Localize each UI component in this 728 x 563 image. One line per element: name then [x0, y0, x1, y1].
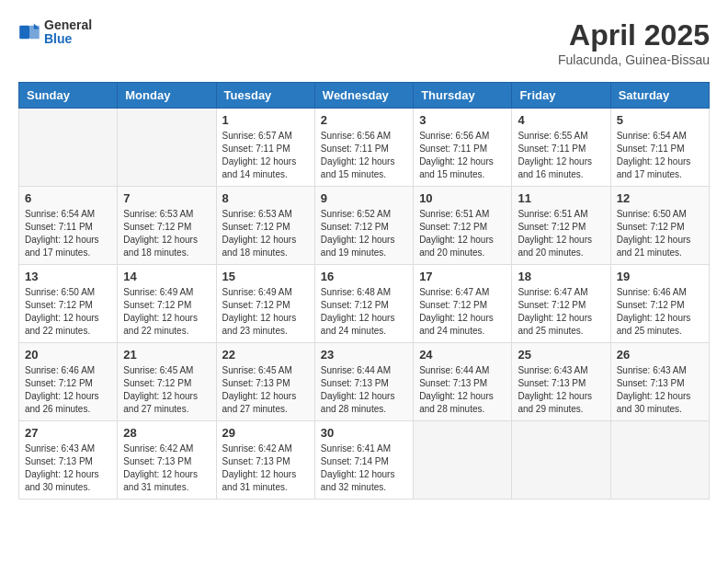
header: General Blue April 2025 Fulacunda, Guine… — [18, 18, 710, 67]
day-number: 29 — [222, 426, 309, 440]
weekday-header-wednesday: Wednesday — [314, 83, 413, 109]
day-number: 16 — [321, 270, 407, 283]
calendar-cell: 17Sunrise: 6:47 AM Sunset: 7:12 PM Dayli… — [414, 265, 512, 343]
calendar-cell: 30Sunrise: 6:41 AM Sunset: 7:14 PM Dayli… — [314, 421, 413, 500]
calendar-cell: 7Sunrise: 6:53 AM Sunset: 7:12 PM Daylig… — [118, 187, 216, 265]
calendar-cell: 16Sunrise: 6:48 AM Sunset: 7:12 PM Dayli… — [314, 265, 413, 343]
day-info: Sunrise: 6:56 AM Sunset: 7:11 PM Dayligh… — [321, 130, 407, 181]
day-info: Sunrise: 6:56 AM Sunset: 7:11 PM Dayligh… — [419, 130, 506, 181]
day-number: 28 — [123, 426, 210, 440]
svg-rect-0 — [19, 26, 29, 39]
day-info: Sunrise: 6:57 AM Sunset: 7:11 PM Dayligh… — [222, 130, 309, 181]
week-row-4: 20Sunrise: 6:46 AM Sunset: 7:12 PM Dayli… — [19, 343, 710, 421]
day-info: Sunrise: 6:47 AM Sunset: 7:12 PM Dayligh… — [518, 286, 604, 338]
day-number: 18 — [518, 270, 604, 283]
day-info: Sunrise: 6:43 AM Sunset: 7:13 PM Dayligh… — [617, 364, 703, 416]
day-info: Sunrise: 6:50 AM Sunset: 7:12 PM Dayligh… — [617, 208, 703, 259]
calendar-cell: 8Sunrise: 6:53 AM Sunset: 7:12 PM Daylig… — [216, 187, 314, 265]
day-number: 21 — [123, 348, 210, 362]
calendar-cell: 25Sunrise: 6:43 AM Sunset: 7:13 PM Dayli… — [512, 343, 610, 421]
calendar-cell — [610, 421, 709, 500]
calendar-cell — [512, 421, 610, 500]
day-info: Sunrise: 6:43 AM Sunset: 7:13 PM Dayligh… — [25, 442, 111, 494]
location-subtitle: Fulacunda, Guinea-Bissau — [558, 52, 710, 67]
calendar-cell: 13Sunrise: 6:50 AM Sunset: 7:12 PM Dayli… — [19, 265, 118, 343]
day-info: Sunrise: 6:47 AM Sunset: 7:12 PM Dayligh… — [419, 286, 506, 338]
day-number: 13 — [25, 270, 111, 283]
day-info: Sunrise: 6:49 AM Sunset: 7:12 PM Dayligh… — [123, 286, 210, 338]
day-number: 6 — [25, 191, 111, 205]
calendar-cell: 21Sunrise: 6:45 AM Sunset: 7:12 PM Dayli… — [118, 343, 216, 421]
day-number: 2 — [321, 113, 407, 127]
day-info: Sunrise: 6:54 AM Sunset: 7:11 PM Dayligh… — [25, 208, 111, 259]
calendar-cell: 29Sunrise: 6:42 AM Sunset: 7:13 PM Dayli… — [216, 421, 314, 500]
day-info: Sunrise: 6:55 AM Sunset: 7:11 PM Dayligh… — [518, 130, 604, 181]
day-info: Sunrise: 6:45 AM Sunset: 7:13 PM Dayligh… — [222, 364, 309, 416]
title-area: April 2025 Fulacunda, Guinea-Bissau — [558, 18, 710, 67]
day-number: 17 — [419, 270, 506, 283]
day-number: 30 — [321, 426, 407, 440]
calendar-cell: 24Sunrise: 6:44 AM Sunset: 7:13 PM Dayli… — [414, 343, 512, 421]
calendar-cell: 15Sunrise: 6:49 AM Sunset: 7:12 PM Dayli… — [216, 265, 314, 343]
day-number: 23 — [321, 348, 407, 362]
month-year-title: April 2025 — [558, 18, 710, 52]
calendar-cell: 12Sunrise: 6:50 AM Sunset: 7:12 PM Dayli… — [610, 187, 709, 265]
weekday-header-tuesday: Tuesday — [216, 83, 314, 109]
day-number: 9 — [321, 191, 407, 205]
day-number: 19 — [617, 270, 703, 283]
day-number: 8 — [222, 191, 309, 205]
week-row-1: 1Sunrise: 6:57 AM Sunset: 7:11 PM Daylig… — [19, 109, 710, 187]
day-number: 10 — [419, 191, 506, 205]
logo-general: General — [44, 18, 92, 32]
day-info: Sunrise: 6:53 AM Sunset: 7:12 PM Dayligh… — [123, 208, 210, 259]
week-row-2: 6Sunrise: 6:54 AM Sunset: 7:11 PM Daylig… — [19, 187, 710, 265]
day-info: Sunrise: 6:46 AM Sunset: 7:12 PM Dayligh… — [25, 364, 111, 416]
day-info: Sunrise: 6:49 AM Sunset: 7:12 PM Dayligh… — [222, 286, 309, 338]
calendar-cell: 6Sunrise: 6:54 AM Sunset: 7:11 PM Daylig… — [19, 187, 118, 265]
weekday-header-saturday: Saturday — [610, 83, 709, 109]
day-number: 7 — [123, 191, 210, 205]
calendar-cell: 19Sunrise: 6:46 AM Sunset: 7:12 PM Dayli… — [610, 265, 709, 343]
calendar-cell: 2Sunrise: 6:56 AM Sunset: 7:11 PM Daylig… — [314, 109, 413, 187]
calendar-cell — [414, 421, 512, 500]
day-info: Sunrise: 6:41 AM Sunset: 7:14 PM Dayligh… — [321, 442, 407, 494]
day-number: 1 — [222, 113, 309, 127]
day-info: Sunrise: 6:44 AM Sunset: 7:13 PM Dayligh… — [321, 364, 407, 416]
day-info: Sunrise: 6:46 AM Sunset: 7:12 PM Dayligh… — [617, 286, 703, 338]
day-number: 15 — [222, 270, 309, 283]
day-info: Sunrise: 6:52 AM Sunset: 7:12 PM Dayligh… — [321, 208, 407, 259]
day-info: Sunrise: 6:48 AM Sunset: 7:12 PM Dayligh… — [321, 286, 407, 338]
logo-text: General Blue — [44, 18, 92, 47]
day-number: 5 — [617, 113, 703, 127]
calendar-cell: 1Sunrise: 6:57 AM Sunset: 7:11 PM Daylig… — [216, 109, 314, 187]
day-info: Sunrise: 6:45 AM Sunset: 7:12 PM Dayligh… — [123, 364, 210, 416]
calendar-cell: 18Sunrise: 6:47 AM Sunset: 7:12 PM Dayli… — [512, 265, 610, 343]
day-info: Sunrise: 6:51 AM Sunset: 7:12 PM Dayligh… — [419, 208, 506, 259]
calendar-cell: 9Sunrise: 6:52 AM Sunset: 7:12 PM Daylig… — [314, 187, 413, 265]
day-number: 4 — [518, 113, 604, 127]
calendar-cell: 27Sunrise: 6:43 AM Sunset: 7:13 PM Dayli… — [19, 421, 118, 500]
day-info: Sunrise: 6:53 AM Sunset: 7:12 PM Dayligh… — [222, 208, 309, 259]
calendar-cell — [118, 109, 216, 187]
day-info: Sunrise: 6:54 AM Sunset: 7:11 PM Dayligh… — [617, 130, 703, 181]
day-number: 25 — [518, 348, 604, 362]
weekday-header-thursday: Thursday — [414, 83, 512, 109]
logo-icon — [18, 21, 40, 43]
logo-blue: Blue — [44, 32, 92, 46]
day-number: 12 — [617, 191, 703, 205]
day-info: Sunrise: 6:51 AM Sunset: 7:12 PM Dayligh… — [518, 208, 604, 259]
calendar-cell: 5Sunrise: 6:54 AM Sunset: 7:11 PM Daylig… — [610, 109, 709, 187]
calendar: SundayMondayTuesdayWednesdayThursdayFrid… — [18, 82, 710, 500]
week-row-3: 13Sunrise: 6:50 AM Sunset: 7:12 PM Dayli… — [19, 265, 710, 343]
day-info: Sunrise: 6:42 AM Sunset: 7:13 PM Dayligh… — [222, 442, 309, 494]
weekday-header-sunday: Sunday — [19, 83, 118, 109]
calendar-cell: 26Sunrise: 6:43 AM Sunset: 7:13 PM Dayli… — [610, 343, 709, 421]
day-number: 3 — [419, 113, 506, 127]
weekday-header-monday: Monday — [118, 83, 216, 109]
calendar-cell: 20Sunrise: 6:46 AM Sunset: 7:12 PM Dayli… — [19, 343, 118, 421]
calendar-cell: 22Sunrise: 6:45 AM Sunset: 7:13 PM Dayli… — [216, 343, 314, 421]
weekday-header-friday: Friday — [512, 83, 610, 109]
day-info: Sunrise: 6:43 AM Sunset: 7:13 PM Dayligh… — [518, 364, 604, 416]
weekday-header-row: SundayMondayTuesdayWednesdayThursdayFrid… — [19, 83, 710, 109]
calendar-cell: 10Sunrise: 6:51 AM Sunset: 7:12 PM Dayli… — [414, 187, 512, 265]
